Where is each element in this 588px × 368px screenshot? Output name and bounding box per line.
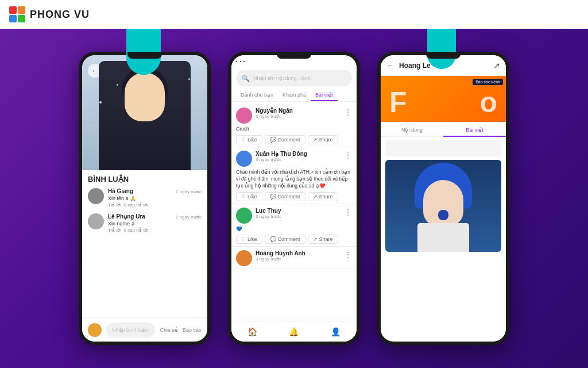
- phone3-inner: ← Hoang Le ↗ F o Báo cáo kênh Nội dung B…: [381, 55, 506, 342]
- phone1-manga-face: [125, 72, 165, 121]
- phone3-anime-body: [417, 223, 469, 252]
- phone2-post2-avatar: [236, 151, 252, 167]
- phone1-comment-input[interactable]: Nhập bình luận: [106, 323, 155, 338]
- phone3-content-block: [385, 140, 501, 156]
- phone2-post3-meta: Luc Thuy 3 ngày trước: [256, 208, 341, 219]
- phone2-post2-actions: ♡Like 💬Comment ↗Share: [236, 192, 352, 201]
- phone2-post1-more[interactable]: ⋮: [344, 108, 352, 117]
- phone2-notch: [277, 52, 311, 59]
- share-icon-3: ↗: [313, 236, 318, 242]
- comment-icon: 💬: [270, 137, 276, 143]
- phone2-post3-emoji: 💙: [236, 226, 352, 233]
- logo-cell-4: [18, 15, 25, 22]
- phone1-section-title: BÌNH LUẬN: [88, 175, 202, 183]
- phone2-post2-meta: Xuân Hạ Thu Đông 3 ngày trước: [256, 151, 341, 162]
- phone3-notch: [426, 52, 461, 59]
- phone1-notch: [127, 52, 162, 59]
- phone-1: ← 2 ngày trước BÌNH LUẬN: [79, 52, 211, 345]
- comment-icon-3: 💬: [270, 236, 276, 242]
- tab-bai-viet[interactable]: Bài viết: [311, 90, 338, 101]
- phone-2: • • • 🔍 Nhập tên nội dung, kênh Dành cho…: [228, 52, 360, 345]
- phone3-anime-eye-right: [438, 210, 447, 220]
- logo-area: PHONG VU: [9, 6, 90, 22]
- phone1-comment2-avatar: [88, 213, 104, 229]
- phone1-screen: ← 2 ngày trước BÌNH LUẬN: [82, 55, 207, 342]
- phone2-post2-time: 3 ngày trước: [256, 157, 341, 162]
- phone2-post4-more[interactable]: ⋮: [344, 250, 352, 259]
- heart-icon-3: ♡: [241, 236, 246, 242]
- share-icon: ↗: [313, 137, 318, 143]
- phone2-tabs: Dành cho bạn Khám phá Bài viết: [231, 90, 357, 102]
- phone1-comment2-content: Lê Phụng Ura 2 ngày trước Xin name ạ Trả…: [108, 213, 202, 233]
- phone2-post3-share-btn[interactable]: ↗Share: [308, 235, 338, 244]
- phone2-post2-like-btn[interactable]: ♡Like: [236, 192, 262, 201]
- phone3-report-button[interactable]: Báo cáo kênh: [473, 79, 503, 85]
- phone1-comment2-reply: Trả lời 0 câu trả lời: [108, 228, 202, 233]
- phone2-post1-share-btn[interactable]: ↗Share: [308, 135, 338, 144]
- phone2-post1-actions: ♡Like 💬Comment ↗Share: [236, 135, 352, 144]
- phone2-post3-time: 3 ngày trước: [256, 214, 341, 219]
- phone2-post3-actions: ♡Like 💬Comment ↗Share: [236, 235, 352, 244]
- search-icon: 🔍: [242, 75, 250, 82]
- phone1-comment1-header: Hà Giang 1 ngày trước: [108, 188, 202, 194]
- profile-nav-icon[interactable]: 👤: [331, 327, 341, 336]
- phone2-post3-comment-btn[interactable]: 💬Comment: [265, 235, 305, 244]
- phone1-comment1-name: Hà Giang: [108, 188, 133, 194]
- phone3-tabs: Nội dung Bài viết: [381, 124, 506, 137]
- phone2-post1-like-btn[interactable]: ♡Like: [236, 135, 262, 144]
- home-nav-icon[interactable]: 🏠: [247, 327, 257, 336]
- tab-noi-dung[interactable]: Nội dung: [381, 124, 443, 136]
- phone2-post-3: Luc Thuy 3 ngày trước ⋮ 💙 ♡Like 💬Comment…: [231, 204, 357, 247]
- phones-container: ← 2 ngày trước BÌNH LUẬN: [0, 29, 588, 368]
- phone2-post1-text: Crush: [236, 126, 352, 133]
- phone2-post2-name: Xuân Hạ Thu Đông: [256, 151, 341, 157]
- tab-danh-cho-ban[interactable]: Dành cho bạn: [236, 90, 278, 101]
- bell-nav-icon[interactable]: 🔔: [289, 327, 299, 336]
- phone2-post2-text: Chào mình đến với nhà dịch ATH:> xin cảm…: [236, 169, 352, 190]
- phone1-report-icon[interactable]: Báo cáo: [183, 327, 202, 333]
- phone2-post4-header: Hoàng Hùynh Anh 3 ngày trước ⋮: [236, 250, 352, 266]
- phone1-comment1-reply: Trả lời 0 câu trả lời: [108, 202, 202, 208]
- phone2-search-bar[interactable]: 🔍 Nhập tên nội dung, kênh: [236, 70, 352, 86]
- phone2-inner: • • • 🔍 Nhập tên nội dung, kênh Dành cho…: [231, 55, 357, 342]
- phone2-search-placeholder: Nhập tên nội dung, kênh: [253, 75, 311, 81]
- phone2-post1-comment-btn[interactable]: 💬Comment: [265, 135, 305, 144]
- phone3-back-arrow[interactable]: ←: [386, 61, 394, 70]
- phone3-share-icon[interactable]: ↗: [493, 61, 500, 70]
- tab-bai-viet-p3[interactable]: Bài viết: [443, 124, 506, 137]
- phone2-post1-name: Nguyễn Ngân: [256, 108, 341, 114]
- phone1-comment1-content: Hà Giang 1 ngày trước Xin tên a 🙏 Trả lờ…: [108, 188, 202, 208]
- phone3-screen: ← Hoang Le ↗ F o Báo cáo kênh Nội dung B…: [381, 55, 506, 342]
- logo-cell-2: [18, 6, 25, 14]
- phone2-post2-more[interactable]: ⋮: [344, 151, 352, 160]
- deco-shape-right: [427, 29, 456, 69]
- phone2-post4-time: 3 ngày trước: [256, 256, 341, 262]
- phone2-post-4: Hoàng Hùynh Anh 3 ngày trước ⋮: [231, 247, 357, 269]
- phone1-input-placeholder: Nhập bình luận: [112, 327, 148, 333]
- comment-icon-2: 💬: [270, 194, 276, 200]
- heart-icon: ♡: [241, 137, 246, 143]
- phone3-anime-skin: [423, 180, 463, 226]
- snow-dot-3: [99, 101, 102, 103]
- phone2-post1-meta: Nguyễn Ngân 3 ngày trước: [256, 108, 341, 119]
- phone2-bottom-nav: 🏠 🔔 👤: [231, 321, 357, 342]
- phone1-comment2-header: Lê Phụng Ura 2 ngày trước: [108, 213, 202, 220]
- tab-kham-pha[interactable]: Khám phá: [278, 90, 311, 101]
- phone2-post3-name: Luc Thuy: [256, 208, 341, 214]
- phone2-status-dots: • • •: [236, 59, 245, 63]
- phone1-share-icon[interactable]: Chia sẻ: [160, 327, 178, 333]
- phone1-manga-figure: [99, 61, 191, 170]
- phone1-comment-1: Hà Giang 1 ngày trước Xin tên a 🙏 Trả lờ…: [88, 188, 202, 208]
- phone3-banner-letter1: F: [389, 86, 407, 119]
- phone2-post1-header: Nguyễn Ngân 3 ngày trước ⋮: [236, 108, 352, 124]
- phone1-comment-2: Lê Phụng Ura 2 ngày trước Xin name ạ Trả…: [88, 213, 202, 233]
- share-icon-2: ↗: [313, 194, 318, 200]
- phone1-comment2-name: Lê Phụng Ura: [108, 213, 145, 220]
- phone2-post4-meta: Hoàng Hùynh Anh 3 ngày trước: [256, 250, 341, 262]
- phone2-post3-like-btn[interactable]: ♡Like: [236, 235, 262, 244]
- phone2-post1-time: 3 ngày trước: [256, 114, 341, 119]
- phone2-post3-more[interactable]: ⋮: [344, 208, 352, 217]
- phone1-comment2-text: Xin name ạ: [108, 221, 202, 227]
- phone2-post2-comment-btn[interactable]: 💬Comment: [265, 192, 305, 201]
- phone2-post2-share-btn[interactable]: ↗Share: [308, 192, 338, 201]
